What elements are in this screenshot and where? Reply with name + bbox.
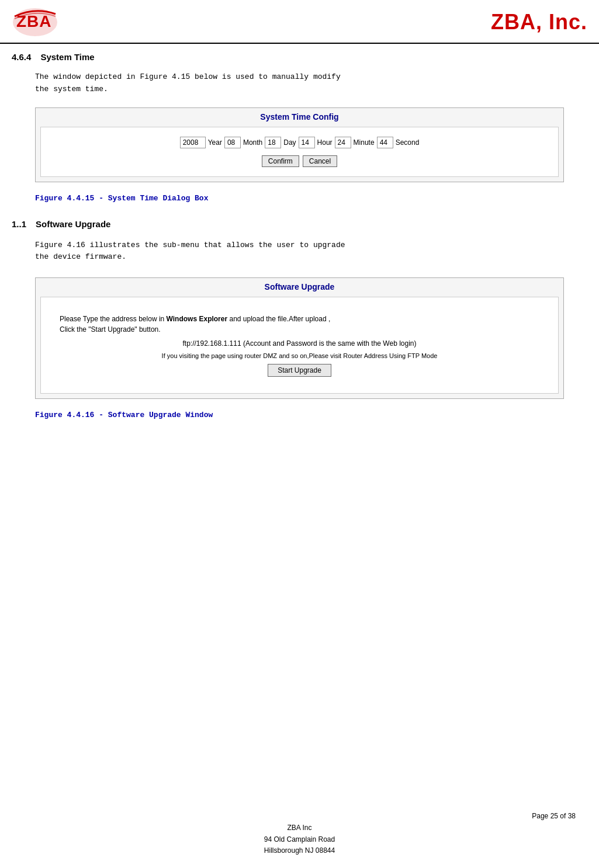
section-11-number: 1..1 [12,219,26,229]
figure-416-inner: Please Type the address below in Windows… [40,297,559,394]
footer-address1: 94 Old Camplain Road [0,834,599,845]
figure-415-inner: Year Month Day Hour Minute Second Confir… [40,127,559,177]
company-suffix-text: Inc. [542,10,587,34]
windows-explorer-bold: Windows Explorer [167,315,228,323]
section-464-body: The window depicted in Figure 4.15 below… [35,71,564,96]
time-button-row: Confirm Cancel [50,155,549,167]
ftp-address: ftp://192.168.1.111 (Account and Passwor… [60,339,539,348]
footer-address: ZBA Inc 94 Old Camplain Road Hillsboroug… [0,822,599,856]
hour-input[interactable] [299,137,315,148]
figure-415-container: System Time Config Year Month Day Hour M… [35,107,564,182]
figure-415-title: System Time Config [260,112,338,121]
dmz-text: If you visiting the page using router DM… [60,352,539,359]
second-label: Second [396,138,420,147]
footer-address2: Hillsborough NJ 08844 [0,845,599,856]
footer-company: ZBA Inc [0,822,599,834]
figure-415-caption: Figure 4.4.15 - System Time Dialog Box [35,194,564,203]
zba-logo: ZBA [12,6,58,38]
section-11-body: Figure 4.16 illustrates the sub-menu tha… [35,239,564,264]
figure-415-title-bar: System Time Config [36,108,563,124]
page-number: Page 25 of 38 [0,812,599,820]
figure-416-caption: Figure 4.4.16 - Software Upgrade Window [35,411,564,419]
section-464-number: 4.6.4 [12,52,31,62]
text-before-bold: Please Type the address below in [60,315,167,323]
section-11-heading: 1..1 Software Upgrade [12,219,587,230]
company-name-text: ZBA, [491,10,542,34]
section-464-heading: 4.6.4 System Time [0,46,599,62]
section-464-title: System Time [40,52,94,62]
year-label: Year [208,138,222,147]
text-after-bold: and upload the file.After upload , [227,315,330,323]
day-input[interactable] [265,137,281,148]
sw-upgrade-instructions: Please Type the address below in Windows… [60,314,539,335]
minute-label: Minute [354,138,375,147]
page-header: ZBA ZBA, Inc. [0,0,599,44]
section-11-title: Software Upgrade [36,219,110,229]
confirm-button[interactable]: Confirm [262,155,299,167]
logo-area: ZBA [12,6,58,38]
figure-416-title: Software Upgrade [265,282,335,291]
section-11-body-line2: the device firmware. [35,251,564,263]
sw-upgrade-content: Please Type the address below in Windows… [50,307,549,384]
start-upgrade-btn-row: Start Upgrade [60,364,539,377]
month-label: Month [243,138,262,147]
month-input[interactable] [224,137,241,148]
cancel-button[interactable]: Cancel [303,155,337,167]
section-11-body-line1: Figure 4.16 illustrates the sub-menu tha… [35,239,564,252]
body-line2: the system time. [35,84,564,96]
click-text: Click the "Start Upgrade" button. [60,325,161,334]
day-label: Day [283,138,296,147]
minute-input[interactable] [335,137,351,148]
body-line1: The window depicted in Figure 4.15 below… [35,71,564,84]
figure-416-title-bar: Software Upgrade [36,278,563,294]
company-title: ZBA, Inc. [491,10,587,34]
start-upgrade-button[interactable]: Start Upgrade [268,364,331,377]
second-input[interactable] [377,137,393,148]
page-footer: Page 25 of 38 ZBA Inc 94 Old Camplain Ro… [0,812,599,856]
time-config-row: Year Month Day Hour Minute Second [50,137,549,148]
figure-416-container: Software Upgrade Please Type the address… [35,277,564,399]
hour-label: Hour [317,138,333,147]
svg-text:ZBA: ZBA [16,12,52,30]
year-input[interactable] [180,137,206,148]
